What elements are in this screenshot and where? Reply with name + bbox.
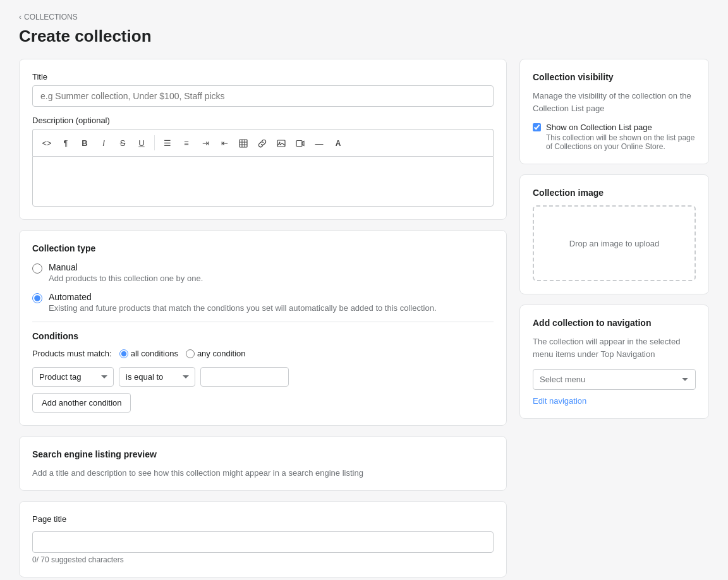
any-condition-option[interactable]: any condition [186,349,246,358]
toolbar-underline-btn[interactable]: U [133,134,150,152]
visibility-card: Collection visibility Manage the visibil… [519,59,709,164]
char-count: 0/ 70 suggested characters [32,555,494,564]
toolbar-hr-btn[interactable]: ― [310,135,328,152]
manual-desc: Add products to this collection one by o… [49,274,203,283]
page-title-input[interactable] [32,531,494,553]
toolbar-list-unordered-btn[interactable]: ☰ [159,134,176,152]
toolbar-table-btn[interactable] [234,135,252,152]
all-conditions-label: all conditions [131,349,178,358]
automated-option: Automated Existing and future products t… [32,292,494,313]
title-label: Title [32,72,494,82]
toolbar-row1: <> ¶ B I S U ☰ ≡ ⇥ ⇤ [38,133,233,152]
toolbar-format-btn[interactable]: A [329,135,347,152]
any-condition-radio[interactable] [186,349,195,358]
breadcrumb-arrow-icon: ‹ [19,13,21,21]
match-label: Products must match: [32,349,112,358]
toolbar-link-btn[interactable] [253,135,271,152]
toolbar-outdent-btn[interactable]: ⇤ [215,134,233,152]
toolbar-strikethrough-btn[interactable]: S [114,134,131,152]
manual-label[interactable]: Manual [49,262,78,272]
editor-toolbar: <> ¶ B I S U ☰ ≡ ⇥ ⇤ [32,129,494,156]
all-conditions-option[interactable]: all conditions [119,349,178,358]
page-title: Create collection [19,27,709,46]
toolbar-list-ordered-btn[interactable]: ≡ [178,134,195,152]
manual-option-content: Manual Add products to this collection o… [49,262,203,283]
show-collection-checkbox[interactable] [533,123,541,132]
description-label: Description (optional) [32,116,494,125]
manual-radio[interactable] [32,263,42,274]
title-description-card: Title Description (optional) <> ¶ B I S … [19,59,507,220]
svg-point-6 [279,142,281,143]
seo-desc: Add a title and description to see how t… [32,468,494,478]
automated-label[interactable]: Automated [49,292,92,302]
all-conditions-radio[interactable] [119,349,128,358]
seo-title: Search engine listing preview [32,449,494,459]
breadcrumb-label: COLLECTIONS [24,13,78,21]
collection-type-card: Collection type Manual Add products to t… [19,230,507,426]
visibility-checkbox-row: Show on Collection List page This collec… [533,122,696,151]
condition-operator-select[interactable]: is equal to is not equal to starts with … [119,367,195,387]
add-condition-button[interactable]: Add another condition [32,393,131,413]
show-collection-sublabel: This collection will be shown on the lis… [546,133,696,151]
toolbar-bold-btn[interactable]: B [76,134,94,152]
collection-type-title: Collection type [32,243,494,253]
left-column: Title Description (optional) <> ¶ B I S … [19,59,507,577]
svg-rect-7 [296,141,302,147]
toolbar-indent-btn[interactable]: ⇥ [197,134,214,152]
toolbar-paragraph-btn[interactable]: ¶ [57,134,75,152]
toolbar-image-btn[interactable] [272,135,290,152]
manual-option: Manual Add products to this collection o… [32,262,494,283]
toolbar-video-btn[interactable] [291,135,309,152]
navigation-title: Add collection to navigation [533,318,696,328]
automated-desc: Existing and future products that match … [49,303,437,313]
toolbar-divider1 [154,135,155,150]
condition-value-input[interactable] [200,367,289,387]
automated-radio[interactable] [32,293,42,303]
condition-row-1: Product tag Product title Product type P… [32,367,494,387]
select-menu[interactable]: Select menu [533,369,696,390]
page-title-label: Page title [32,514,494,524]
any-condition-label: any condition [197,349,246,358]
svg-rect-0 [240,140,247,147]
page-title-card: Page title 0/ 70 suggested characters [19,501,507,577]
right-column: Collection visibility Manage the visibil… [519,59,709,419]
collection-image-card: Collection image Drop an image to upload [519,174,709,294]
breadcrumb[interactable]: ‹ COLLECTIONS [19,13,709,21]
type-divider [32,322,494,322]
collection-image-title: Collection image [533,188,696,198]
toolbar-italic-btn[interactable]: I [95,134,112,152]
visibility-desc: Manage the visibility of the collection … [533,90,696,114]
conditions-title: Conditions [32,331,494,341]
navigation-card: Add collection to navigation The collect… [519,305,709,419]
visibility-checkbox-content: Show on Collection List page This collec… [546,122,696,151]
seo-preview-card: Search engine listing preview Add a titl… [19,436,507,491]
show-collection-label[interactable]: Show on Collection List page [546,123,652,132]
automated-option-content: Automated Existing and future products t… [49,292,437,313]
title-input[interactable] [32,85,494,107]
drop-label: Drop an image to upload [569,239,659,248]
edit-navigation-link[interactable]: Edit navigation [533,396,586,406]
navigation-desc: The collection will appear in the select… [533,335,696,360]
description-editor[interactable] [32,156,494,207]
toolbar-row2: ― A [234,135,347,152]
conditions-match-row: Products must match: all conditions any … [32,349,494,358]
toolbar-code-btn[interactable]: <> [38,134,56,152]
visibility-title: Collection visibility [533,72,696,82]
image-drop-zone[interactable]: Drop an image to upload [533,205,696,281]
condition-type-select[interactable]: Product tag Product title Product type P… [32,367,114,387]
